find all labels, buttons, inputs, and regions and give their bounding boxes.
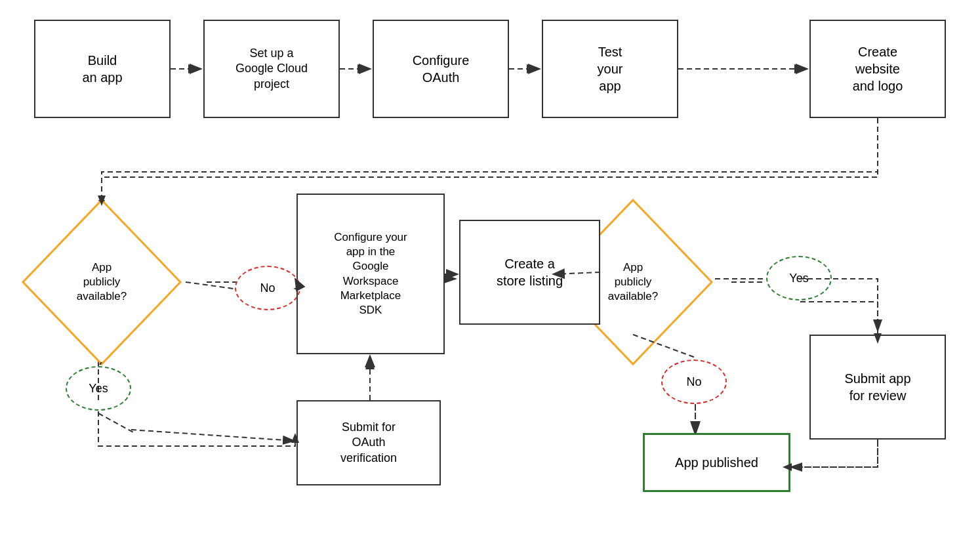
create-website-box: Create website and logo <box>809 20 946 118</box>
app-published-box: App published <box>643 433 790 492</box>
test-app-box: Test your app <box>542 20 678 118</box>
configure-workspace-box: Configure your app in the Google Workspa… <box>296 194 445 354</box>
flowchart-diagram: Build an app Set up a Google Cloud proje… <box>0 0 980 534</box>
google-cloud-box: Set up a Google Cloud project <box>203 20 340 118</box>
svg-line-29 <box>186 282 234 289</box>
yes-left-oval: Yes <box>66 366 131 411</box>
build-app-box: Build an app <box>34 20 171 118</box>
app-public-left-diamond: Apppubliclyavailable? <box>20 197 184 367</box>
svg-line-16 <box>131 430 295 441</box>
yes-right-oval: Yes <box>766 256 832 300</box>
submit-oauth-box: Submit for OAuth verification <box>296 400 441 485</box>
svg-line-15 <box>98 413 134 433</box>
no-left-oval: No <box>235 266 300 310</box>
store-listing-box: Create a store listing <box>459 220 600 325</box>
submit-review-box: Submit app for review <box>809 335 946 440</box>
configure-oauth-box: Configure OAuth <box>373 20 509 118</box>
no-right-oval: No <box>661 359 727 404</box>
